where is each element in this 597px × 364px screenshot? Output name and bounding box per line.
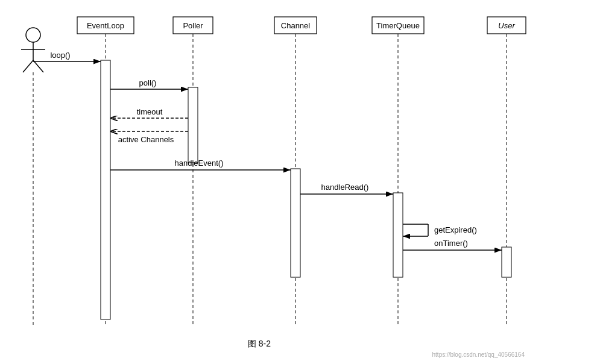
sequence-diagram: EventLoop Poller Channel TimerQueue User xyxy=(0,0,597,364)
activation-poller xyxy=(188,87,198,163)
msg-activechannels-label: active Channels xyxy=(118,135,174,144)
actor-label-eventloop: EventLoop xyxy=(87,21,124,30)
stick-figure-head xyxy=(26,28,40,42)
msg-handleevent-label: handleEvent() xyxy=(175,158,224,168)
stick-figure-right-leg xyxy=(33,60,43,72)
actor-label-channel: Channel xyxy=(281,21,311,30)
msg-loop-label: loop() xyxy=(50,51,70,60)
msg-handleread-label: handleRead() xyxy=(321,183,369,192)
diagram-container: EventLoop Poller Channel TimerQueue User xyxy=(0,0,597,364)
caption: 图 8-2 xyxy=(248,339,271,348)
msg-poll-label: poll() xyxy=(139,78,157,87)
stick-figure-left-leg xyxy=(23,60,33,72)
msg-timeout-label: timeout xyxy=(137,107,163,116)
activation-eventloop xyxy=(101,60,110,319)
actor-label-timerqueue: TimerQueue xyxy=(376,21,420,30)
actor-label-user: User xyxy=(498,21,515,30)
msg-ontimer-label: onTimer() xyxy=(434,239,468,248)
actor-label-poller: Poller xyxy=(183,21,203,30)
activation-user xyxy=(502,247,511,277)
msg-getexpired-label: getExpired() xyxy=(434,225,477,234)
activation-timerqueue xyxy=(393,193,403,277)
activation-channel xyxy=(291,169,300,277)
watermark: https://blog.csdn.net/qq_40566164 xyxy=(432,351,525,358)
